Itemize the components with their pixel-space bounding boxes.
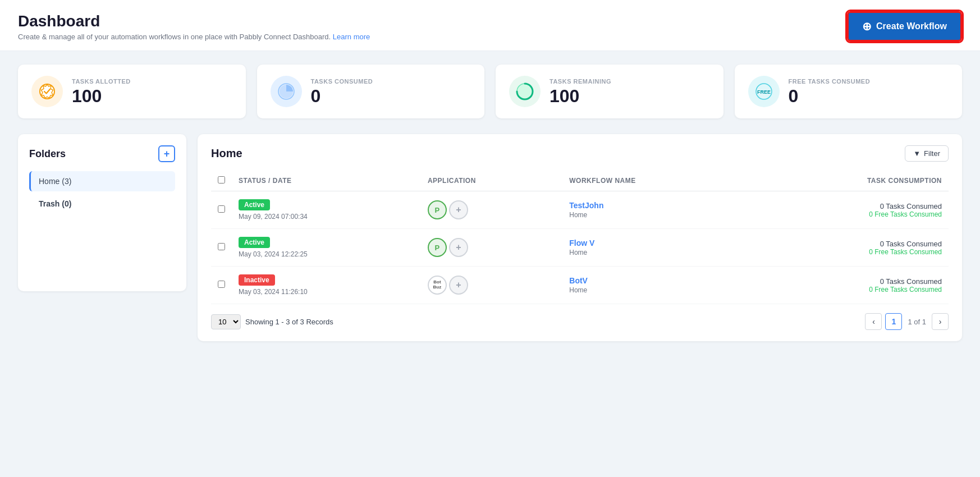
add-folder-button[interactable]: + xyxy=(158,145,175,162)
workflow-folder: Home xyxy=(569,286,739,294)
row-checkbox[interactable] xyxy=(218,243,225,250)
free-badge-icon: FREE xyxy=(754,81,774,102)
folders-panel: Folders + Home (3) Trash (0) xyxy=(18,134,186,291)
table-body: Active May 09, 2024 07:00:34 P + TestJ xyxy=(211,191,949,304)
pabbly-app-icon: P xyxy=(428,200,447,219)
stat-value-remaining: 100 xyxy=(549,87,611,105)
filter-label: Filter xyxy=(924,149,940,158)
stat-value-free-consumed: 0 xyxy=(789,87,871,105)
create-workflow-label: Create Workflow xyxy=(876,21,947,31)
workflow-name-cell: TestJohn Home xyxy=(562,191,746,229)
workflow-folder: Home xyxy=(569,211,739,219)
add-app-icon[interactable]: + xyxy=(449,200,468,219)
row-checkbox[interactable] xyxy=(218,281,225,288)
prev-page-button[interactable]: ‹ xyxy=(865,313,882,330)
svg-point-3 xyxy=(520,86,530,97)
application-cell: BotBuz + xyxy=(421,267,562,304)
stat-label-free-consumed: FREE TASKS CONSUMED xyxy=(789,78,871,85)
table-row: Inactive May 03, 2024 11:26:10 BotBuz + xyxy=(211,267,949,304)
add-app-icon[interactable]: + xyxy=(449,238,468,257)
app-icons: BotBuz + xyxy=(428,276,556,295)
pie-chart-icon xyxy=(276,81,296,102)
app-icons: P + xyxy=(428,200,556,219)
header: Dashboard Create & manage all of your au… xyxy=(0,0,980,51)
header-subtitle: Create & manage all of your automation w… xyxy=(18,33,370,41)
select-all-checkbox[interactable] xyxy=(218,176,225,184)
current-page-number: 1 xyxy=(892,317,896,326)
status-badge: Inactive xyxy=(239,274,275,286)
pagination-row: 10 25 50 Showing 1 - 3 of 3 Records ‹ 1 … xyxy=(211,313,949,330)
folder-home-label: Home (3) xyxy=(39,177,71,186)
task-consumed: 0 Tasks Consumed xyxy=(753,240,942,248)
task-consumed: 0 Tasks Consumed xyxy=(753,202,942,210)
status-date-cell: Active May 09, 2024 07:00:34 xyxy=(232,191,421,229)
workflow-name-link[interactable]: Flow V xyxy=(569,238,739,247)
filter-button[interactable]: ▼ Filter xyxy=(905,145,949,162)
workflow-name-cell: Flow V Home xyxy=(562,229,746,267)
main-content: TASKS ALLOTTED 100 TASKS CONSUMED 0 xyxy=(0,51,980,355)
next-page-button[interactable]: › xyxy=(932,313,949,330)
col-workflow-name: WORKFLOW NAME xyxy=(562,171,746,191)
col-status-date: STATUS / DATE xyxy=(232,171,421,191)
table-row: Active May 03, 2024 12:22:25 P + Flow xyxy=(211,229,949,267)
status-badge: Active xyxy=(239,237,270,248)
status-date-cell: Inactive May 03, 2024 11:26:10 xyxy=(232,267,421,304)
stat-card-allotted: TASKS ALLOTTED 100 xyxy=(18,65,246,118)
application-cell: P + xyxy=(421,229,562,267)
stats-row: TASKS ALLOTTED 100 TASKS CONSUMED 0 xyxy=(18,65,962,118)
task-consumed: 0 Tasks Consumed xyxy=(753,277,942,286)
botbuz-app-icon: BotBuz xyxy=(428,276,447,295)
stat-value-consumed: 0 xyxy=(311,87,373,105)
stat-info-consumed: TASKS CONSUMED 0 xyxy=(311,78,373,105)
stat-card-consumed: TASKS CONSUMED 0 xyxy=(257,65,485,118)
stat-info-allotted: TASKS ALLOTTED 100 xyxy=(72,78,131,105)
page-info: 1 of 1 xyxy=(905,318,928,326)
task-consumption-cell: 0 Tasks Consumed 0 Free Tasks Consumed xyxy=(746,229,949,267)
stat-info-remaining: TASKS REMAINING 100 xyxy=(549,78,611,105)
status-date: May 03, 2024 11:26:10 xyxy=(239,288,414,296)
svg-text:FREE: FREE xyxy=(757,89,770,95)
checkbox-header xyxy=(211,171,232,191)
learn-more-link[interactable]: Learn more xyxy=(333,33,370,41)
stat-icon-allotted xyxy=(31,76,63,107)
current-page-button[interactable]: 1 xyxy=(885,313,902,330)
stat-label-remaining: TASKS REMAINING xyxy=(549,78,611,85)
row-checkbox-cell xyxy=(211,191,232,229)
stat-card-remaining: TASKS REMAINING 100 xyxy=(496,65,723,118)
free-task-consumed: 0 Free Tasks Consumed xyxy=(753,210,942,218)
filter-icon: ▼ xyxy=(913,149,921,158)
app-icons: P + xyxy=(428,238,556,257)
table-header-row: STATUS / DATE APPLICATION WORKFLOW NAME … xyxy=(211,171,949,191)
status-date: May 03, 2024 12:22:25 xyxy=(239,250,414,258)
pagination-right: ‹ 1 1 of 1 › xyxy=(865,313,949,330)
status-date-cell: Active May 03, 2024 12:22:25 xyxy=(232,229,421,267)
add-app-icon[interactable]: + xyxy=(449,276,468,295)
folder-item-trash[interactable]: Trash (0) xyxy=(29,194,175,214)
folders-title: Folders xyxy=(29,148,66,160)
workflow-name-link[interactable]: TestJohn xyxy=(569,201,739,210)
task-consumption-cell: 0 Tasks Consumed 0 Free Tasks Consumed xyxy=(746,267,949,304)
stat-icon-free-consumed: FREE xyxy=(748,76,780,107)
workflows-panel: Home ▼ Filter STATUS / DATE APPLICAT xyxy=(198,134,962,341)
page-title: Dashboard xyxy=(18,12,370,30)
create-workflow-button[interactable]: ⊕ Create Workflow xyxy=(847,11,962,42)
workflow-name-cell: BotV Home xyxy=(562,267,746,304)
table-header: STATUS / DATE APPLICATION WORKFLOW NAME … xyxy=(211,171,949,191)
workflow-name-link[interactable]: BotV xyxy=(569,276,739,285)
page-wrapper: Dashboard Create & manage all of your au… xyxy=(0,0,980,477)
per-page-select[interactable]: 10 25 50 xyxy=(211,314,241,329)
donut-chart-icon xyxy=(515,81,535,102)
stat-label-consumed: TASKS CONSUMED xyxy=(311,78,373,85)
header-left: Dashboard Create & manage all of your au… xyxy=(18,12,370,41)
workflow-folder: Home xyxy=(569,249,739,256)
showing-records-text: Showing 1 - 3 of 3 Records xyxy=(245,318,333,326)
pagination-left: 10 25 50 Showing 1 - 3 of 3 Records xyxy=(211,314,333,329)
folder-item-home[interactable]: Home (3) xyxy=(29,171,175,191)
free-task-consumed: 0 Free Tasks Consumed xyxy=(753,286,942,293)
application-cell: P + xyxy=(421,191,562,229)
bottom-section: Folders + Home (3) Trash (0) Home ▼ Filt… xyxy=(18,134,962,341)
table-row: Active May 09, 2024 07:00:34 P + TestJ xyxy=(211,191,949,229)
stat-label-allotted: TASKS ALLOTTED xyxy=(72,78,131,85)
row-checkbox[interactable] xyxy=(218,205,225,213)
row-checkbox-cell xyxy=(211,267,232,304)
